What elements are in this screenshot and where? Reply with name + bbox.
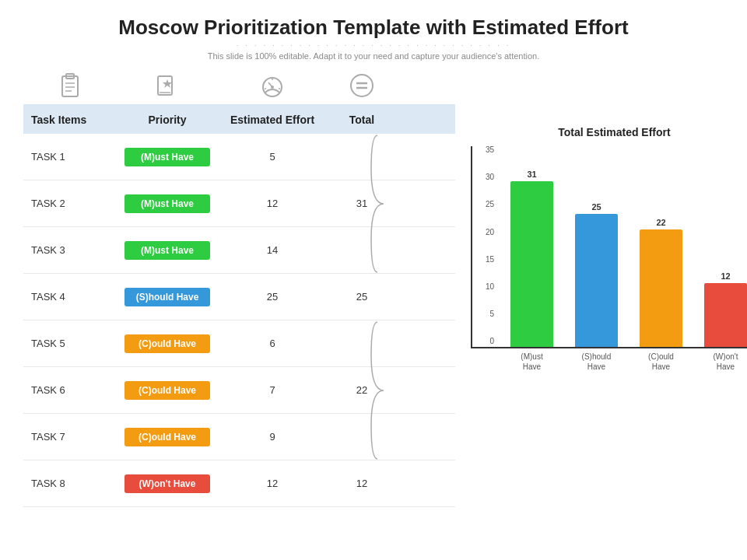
x-axis-label: (S)hould Have bbox=[564, 352, 629, 372]
data-rows: TASK 1 (M)ust Have 5 TASK 2 (M)ust Have … bbox=[23, 134, 455, 544]
priority-cell: (M)ust Have bbox=[117, 148, 218, 166]
total-cell: 25 bbox=[327, 291, 397, 303]
priority-badge: (C)ould Have bbox=[124, 381, 210, 400]
priority-cell: (M)ust Have bbox=[117, 241, 218, 260]
clipboard-icon bbox=[56, 72, 84, 100]
priority-cell: (C)ould Have bbox=[117, 428, 218, 446]
task-icon-cell bbox=[23, 72, 117, 100]
x-axis-label: (M)ust Have bbox=[500, 352, 564, 372]
chart-area: 35302520151050 31252212 (M)ust Have(S)ho… bbox=[471, 146, 747, 544]
total-cell: 12 bbox=[327, 478, 397, 489]
svg-marker-6 bbox=[163, 79, 172, 88]
effort-icon-cell bbox=[218, 72, 327, 100]
priority-cell: (S)hould Have bbox=[117, 288, 218, 306]
priority-badge: (M)ust Have bbox=[124, 194, 210, 213]
y-axis-label: 5 bbox=[489, 310, 494, 318]
header-total: Total bbox=[327, 114, 397, 126]
x-labels: (M)ust Have(S)hould Have(C)ould Have(W)o… bbox=[471, 352, 747, 372]
x-axis-label: (C)ould Have bbox=[629, 352, 693, 372]
chart-title: Total Estimated Effort bbox=[471, 126, 747, 138]
task-id: TASK 6 bbox=[23, 384, 117, 396]
total-value: 22 bbox=[356, 384, 367, 396]
total-cell: 22 bbox=[327, 384, 397, 396]
priority-badge: (M)ust Have bbox=[124, 241, 210, 260]
table-row: TASK 5 (C)ould Have 6 bbox=[23, 320, 455, 367]
total-value: 31 bbox=[356, 198, 367, 209]
y-axis-labels: 35302520151050 bbox=[472, 146, 497, 347]
bar-group: 22 bbox=[632, 218, 690, 347]
effort-cell: 9 bbox=[218, 431, 327, 443]
task-id: TASK 1 bbox=[23, 151, 117, 163]
bar-value-label: 12 bbox=[721, 271, 730, 281]
task-id: TASK 5 bbox=[23, 338, 117, 349]
chart-section: Total Estimated Effort 35302520151050 31… bbox=[455, 72, 747, 544]
title-area: Moscow Prioritization Template with Esti… bbox=[23, 16, 724, 61]
brace-svg bbox=[370, 134, 385, 274]
effort-cell: 5 bbox=[218, 151, 327, 163]
table-section: Task Items Priority Estimated Effort Tot… bbox=[23, 72, 455, 544]
svg-point-14 bbox=[351, 75, 373, 96]
y-axis-label: 30 bbox=[486, 173, 494, 181]
effort-cell: 14 bbox=[218, 244, 327, 256]
effort-cell: 6 bbox=[218, 338, 327, 349]
svg-line-10 bbox=[268, 82, 272, 87]
bar-group: 31 bbox=[503, 170, 561, 347]
star-list-icon bbox=[153, 72, 181, 100]
y-axis-label: 35 bbox=[486, 146, 494, 154]
priority-badge: (S)hould Have bbox=[124, 288, 210, 306]
chart-bar bbox=[575, 214, 618, 347]
y-axis-label: 20 bbox=[486, 229, 494, 236]
x-axis-label: (W)on't Have bbox=[693, 352, 747, 372]
effort-cell: 7 bbox=[218, 384, 327, 396]
table-row: TASK 4 (S)hould Have 25 25 bbox=[23, 274, 455, 320]
header-estimated-effort: Estimated Effort bbox=[218, 114, 327, 126]
bar-group: 25 bbox=[567, 202, 626, 347]
task-id: TASK 7 bbox=[23, 431, 117, 443]
table-row: TASK 2 (M)ust Have 12 31 bbox=[23, 180, 455, 227]
effort-cell: 12 bbox=[218, 478, 327, 489]
table-row: TASK 8 (W)on't Have 12 12 bbox=[23, 460, 455, 507]
main-title: Moscow Prioritization Template with Esti… bbox=[23, 16, 724, 40]
content-area: Task Items Priority Estimated Effort Tot… bbox=[23, 72, 724, 544]
header-priority: Priority bbox=[117, 114, 218, 126]
y-axis-label: 0 bbox=[489, 338, 494, 345]
task-id: TASK 8 bbox=[23, 478, 117, 489]
total-icon-cell bbox=[327, 72, 397, 100]
priority-badge: (M)ust Have bbox=[124, 148, 210, 166]
total-value: 12 bbox=[356, 478, 367, 489]
effort-cell: 12 bbox=[218, 198, 327, 209]
effort-cell: 25 bbox=[218, 291, 327, 303]
priority-badge: (C)ould Have bbox=[124, 334, 210, 353]
task-id: TASK 2 bbox=[23, 198, 117, 209]
icon-row bbox=[23, 72, 455, 106]
divider: · · · · · · · · · · · · · · · · · · · · … bbox=[23, 41, 724, 50]
gauge-icon bbox=[258, 72, 286, 100]
slide: Moscow Prioritization Template with Esti… bbox=[0, 0, 747, 560]
header-row: Task Items Priority Estimated Effort Tot… bbox=[23, 106, 455, 134]
total-cell: 31 bbox=[327, 198, 397, 209]
table-row: TASK 6 (C)ould Have 7 22 bbox=[23, 367, 455, 414]
y-axis-label: 15 bbox=[486, 256, 494, 264]
task-id: TASK 4 bbox=[23, 291, 117, 303]
priority-cell: (C)ould Have bbox=[117, 334, 218, 353]
subtitle: This slide is 100% editable. Adapt it to… bbox=[23, 51, 724, 61]
equals-icon bbox=[348, 72, 376, 100]
bar-value-label: 31 bbox=[527, 170, 536, 179]
table-row: TASK 7 (C)ould Have 9 bbox=[23, 414, 455, 460]
brace-svg bbox=[370, 320, 385, 460]
header-task-items: Task Items bbox=[23, 114, 117, 126]
priority-badge: (W)on't Have bbox=[124, 474, 210, 493]
y-axis-label: 10 bbox=[486, 283, 494, 291]
bar-value-label: 25 bbox=[591, 202, 601, 212]
priority-icon-cell bbox=[117, 72, 218, 100]
y-axis-label: 25 bbox=[486, 201, 494, 208]
task-id: TASK 3 bbox=[23, 244, 117, 256]
table-row: TASK 1 (M)ust Have 5 bbox=[23, 134, 455, 180]
table-row: TASK 3 (M)ust Have 14 bbox=[23, 227, 455, 274]
bar-group: 12 bbox=[696, 271, 747, 347]
total-value: 25 bbox=[356, 291, 367, 303]
priority-cell: (W)on't Have bbox=[117, 474, 218, 493]
bar-value-label: 22 bbox=[656, 218, 665, 227]
chart-bar bbox=[704, 283, 747, 347]
chart-inner: 35302520151050 31252212 bbox=[471, 146, 747, 348]
